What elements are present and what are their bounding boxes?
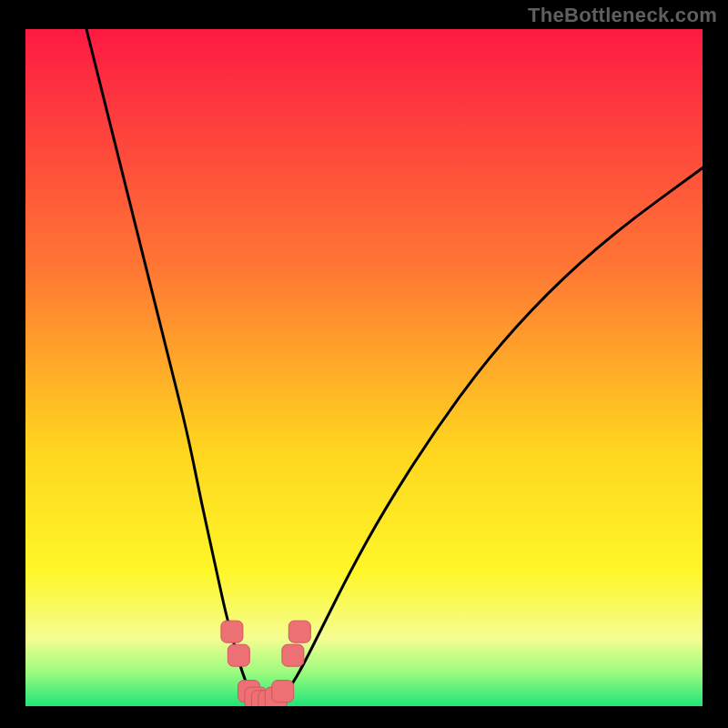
chart-frame: TheBottleneck.com [0,0,728,728]
marker-point [282,644,304,666]
marker-point [272,681,294,703]
chart-svg [25,29,703,706]
attribution-text: TheBottleneck.com [528,4,717,27]
plot-area [25,29,703,706]
gradient-background [25,29,703,706]
marker-point [228,644,249,666]
marker-point [288,621,310,642]
marker-point [221,621,243,642]
